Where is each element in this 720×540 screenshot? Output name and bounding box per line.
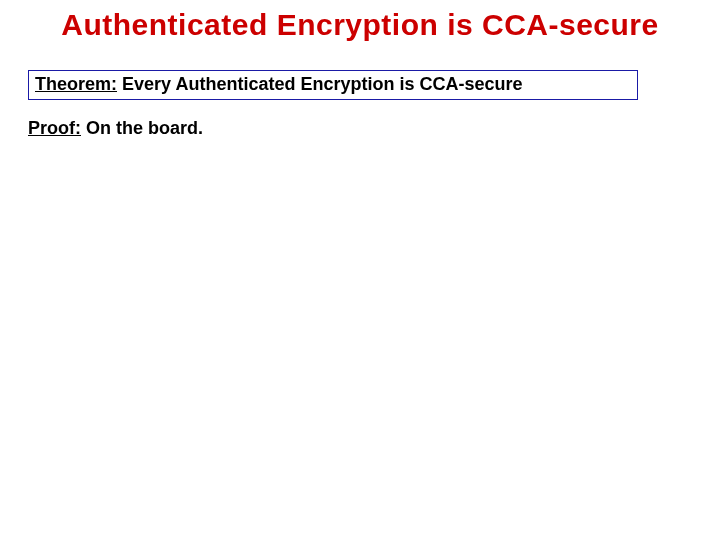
theorem-label: Theorem:	[35, 74, 117, 94]
slide: Authenticated Encryption is CCA-secure T…	[0, 0, 720, 540]
proof-text: On the board.	[81, 118, 203, 138]
slide-title: Authenticated Encryption is CCA-secure	[0, 8, 720, 42]
theorem-text: Every Authenticated Encryption is CCA-se…	[117, 74, 522, 94]
proof-line: Proof: On the board.	[28, 118, 203, 139]
proof-label: Proof:	[28, 118, 81, 138]
theorem-box: Theorem: Every Authenticated Encryption …	[28, 70, 638, 100]
